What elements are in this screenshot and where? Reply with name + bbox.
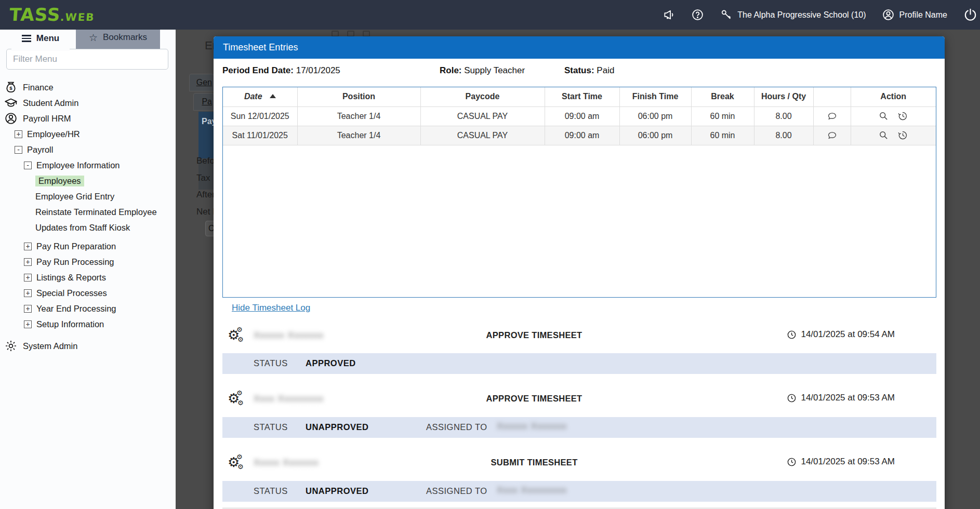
menu-tab[interactable]: Menu [11,26,70,51]
power-icon [963,7,978,22]
cell-hours-qty: 8.00 [754,106,813,126]
background-tab-payroll: Pa [193,93,214,111]
star-icon: ☆ [89,33,98,43]
logout-button[interactable] [963,7,978,22]
announcements-button[interactable] [663,8,676,21]
history-icon[interactable] [897,111,908,122]
expand-icon[interactable]: + [24,274,32,282]
collapse-icon[interactable]: - [24,162,32,169]
gear-icon [4,339,18,353]
cell-comment[interactable] [813,126,851,145]
column-header-paycode[interactable]: Paycode [420,87,545,106]
comment-bubble-icon[interactable] [827,111,838,122]
clock-icon [787,457,797,467]
process-gears-icon: ⚙⚙⚙ [228,327,245,345]
expand-icon[interactable]: + [24,243,32,250]
app-root: TASS.WEB The Alpha Progressive School (1… [0,0,980,509]
status-value: APPROVED [306,358,356,368]
column-header-position[interactable]: Position [297,87,420,106]
redacted-user-name: Xxxx Xxxxxxxxx [254,394,324,404]
comment-bubble-icon[interactable] [827,130,838,141]
expand-icon[interactable]: + [24,289,32,297]
sidebar: Menu ☆ Bookmarks $ Finance Student Admin… [0,30,176,509]
sidebar-item-employee-information[interactable]: - Employee Information [0,157,176,173]
expand-icon[interactable]: + [24,305,32,313]
sidebar-item-employees-selected[interactable]: Employees [0,173,176,189]
cell-paycode: CASUAL PAY [420,126,545,145]
period-end-date: Period End Date: 17/01/2025 [222,65,340,76]
sidebar-item-payroll-hrm[interactable]: Payroll HRM [0,111,176,126]
cell-comment[interactable] [813,106,851,126]
cell-action [851,126,936,145]
sidebar-item-system-admin[interactable]: System Admin [0,338,176,354]
expand-icon[interactable]: + [15,130,22,138]
cell-position: Teacher 1/4 [297,106,420,126]
sidebar-item-reinstate-terminated-employee[interactable]: Reinstate Terminated Employee [0,204,176,220]
cell-break: 60 min [691,126,754,145]
log-timestamp: 14/01/2025 at 09:53 AM [787,393,895,403]
sidebar-item-employee-hr[interactable]: + Employee/HR [0,126,176,142]
sidebar-item-special-processes[interactable]: + Special Processes [0,285,176,301]
sidebar-item-listings-reports[interactable]: + Listings & Reports [0,270,176,285]
cell-action [851,106,936,126]
timesheet-entries-modal: Timesheet Entries Period End Date: 17/01… [214,36,945,509]
sidebar-item-pay-run-processing[interactable]: + Pay Run Processing [0,254,176,270]
school-selector[interactable]: The Alpha Progressive School (10) [720,8,866,21]
user-circle-icon [882,8,895,21]
timesheet-log-entry: ⚙⚙⚙ Xxxx Xxxxxxxxx APPROVE TIMESHEET 14/… [222,389,936,412]
cell-finish-time: 06:00 pm [619,126,691,145]
timesheet-info-row: Period End Date: 17/01/2025 Role: Supply… [214,65,945,81]
sidebar-item-updates-from-staff-kiosk[interactable]: Updates from Staff Kiosk [0,220,176,235]
sidebar-item-year-end-processing[interactable]: + Year End Processing [0,301,176,316]
expand-icon[interactable]: + [24,320,32,328]
expand-icon[interactable]: + [24,258,32,266]
log-status-bar: STATUS APPROVED [222,353,936,374]
column-header-break[interactable]: Break [691,87,754,106]
redacted-assigned-label: ASSIGNED TO [426,486,487,496]
key-icon [720,8,733,21]
cell-paycode: CASUAL PAY [420,106,545,126]
view-detail-icon[interactable] [878,130,889,141]
sidebar-item-employee-grid-entry[interactable]: Employee Grid Entry [0,189,176,204]
sidebar-item-student-admin[interactable]: Student Admin [0,95,176,111]
cell-finish-time: 06:00 pm [619,106,691,126]
hamburger-icon [22,35,31,42]
tass-web-logo[interactable]: TASS.WEB [9,4,96,25]
redacted-assigned-name: Xxxx Xxxxxxxxx [497,485,567,495]
history-icon[interactable] [897,130,908,141]
column-header-hours-qty[interactable]: Hours / Qty [754,87,813,106]
cell-start-time: 09:00 am [545,126,619,145]
status-value: UNAPPROVED [306,486,368,496]
log-status-bar: STATUS UNAPPROVED ASSIGNED TO Xxxxxx Xxx… [222,417,936,438]
school-name-label: The Alpha Progressive School (10) [737,10,866,20]
timesheet-log-entry: ⚙⚙⚙ Xxxxxx Xxxxxxx APPROVE TIMESHEET 14/… [222,325,936,349]
log-action-label: APPROVE TIMESHEET [451,394,617,404]
filter-menu-input[interactable] [6,49,168,70]
sidebar-item-setup-information[interactable]: + Setup Information [0,316,176,332]
sidebar-item-pay-run-preparation[interactable]: + Pay Run Preparation [0,238,176,254]
clock-icon [787,393,797,403]
view-detail-icon[interactable] [878,111,889,122]
status: Status: Paid [564,65,614,76]
table-row: Sun 12/01/2025 Teacher 1/4 CASUAL PAY 09… [223,106,936,126]
collapse-icon[interactable]: - [15,146,22,154]
column-header-finish-time[interactable]: Finish Time [619,87,691,106]
hide-timesheet-log-link[interactable]: Hide Timesheet Log [232,303,310,313]
column-header-date[interactable]: Date [223,87,297,106]
profile-name-label: Profile Name [899,10,947,20]
log-action-label: SUBMIT TIMESHEET [451,458,617,467]
table-row: Sat 11/01/2025 Teacher 1/4 CASUAL PAY 09… [223,126,936,145]
role: Role: Supply Teacher [440,65,525,76]
question-circle-icon [691,8,704,21]
sidebar-item-payroll[interactable]: - Payroll [0,142,176,157]
background-tab-general: Gen [189,74,214,91]
profile-menu[interactable]: Profile Name [882,8,947,21]
help-button[interactable] [691,8,704,21]
column-header-comment [813,87,851,106]
column-header-start-time[interactable]: Start Time [545,87,619,106]
modal-title: Timesheet Entries [223,42,298,53]
cell-date: Sun 12/01/2025 [223,106,297,126]
modal-header: Timesheet Entries [214,36,945,59]
sidebar-item-finance[interactable]: $ Finance [0,79,176,95]
svg-text:$: $ [9,85,12,91]
